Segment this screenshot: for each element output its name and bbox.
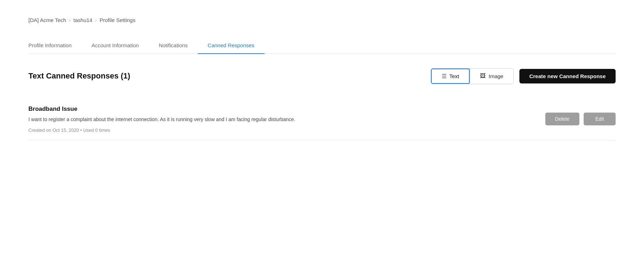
tab-profile-information[interactable]: Profile Information bbox=[28, 37, 82, 54]
tab-notifications[interactable]: Notifications bbox=[149, 37, 198, 54]
toggle-image-button[interactable]: 🖼 Image bbox=[470, 69, 513, 84]
section-title: Text Canned Responses (1) bbox=[28, 71, 130, 81]
response-body: I want to register a complaint about the… bbox=[28, 115, 469, 123]
section-header: Text Canned Responses (1) ☰ Text 🖼 Image… bbox=[28, 68, 616, 84]
breadcrumb-separator-0: › bbox=[69, 17, 70, 23]
create-canned-response-button[interactable]: Create new Canned Response bbox=[519, 69, 616, 83]
response-title: Broadband Issue bbox=[28, 105, 469, 113]
breadcrumb: [DA] Acme Tech › tashu14 › Profile Setti… bbox=[28, 17, 616, 23]
edit-button[interactable]: Edit bbox=[584, 113, 616, 125]
response-actions: Delete Edit bbox=[545, 113, 616, 125]
breadcrumb-item-0[interactable]: [DA] Acme Tech bbox=[28, 17, 66, 23]
header-right: ☰ Text 🖼 Image Create new Canned Respons… bbox=[431, 68, 616, 84]
tab-account-information[interactable]: Account Information bbox=[82, 37, 149, 54]
breadcrumb-item-1[interactable]: tashu14 bbox=[73, 17, 92, 23]
tabs-nav: Profile Information Account Information … bbox=[28, 37, 616, 54]
toggle-text-label: Text bbox=[449, 73, 459, 79]
delete-button[interactable]: Delete bbox=[545, 113, 579, 125]
toggle-group: ☰ Text 🖼 Image bbox=[431, 68, 514, 84]
toggle-image-label: Image bbox=[489, 73, 503, 79]
response-meta: Created on Oct 15, 2020 • Used 0 times bbox=[28, 128, 469, 133]
toggle-text-button[interactable]: ☰ Text bbox=[431, 69, 470, 84]
image-icon: 🖼 bbox=[480, 73, 486, 79]
response-card-inner: Broadband Issue I want to register a com… bbox=[28, 105, 616, 133]
response-card: Broadband Issue I want to register a com… bbox=[28, 98, 616, 140]
text-lines-icon: ☰ bbox=[442, 73, 447, 80]
response-content: Broadband Issue I want to register a com… bbox=[28, 105, 469, 133]
response-list: Broadband Issue I want to register a com… bbox=[28, 98, 616, 140]
breadcrumb-item-2: Profile Settings bbox=[100, 17, 136, 23]
breadcrumb-separator-1: › bbox=[95, 17, 97, 23]
tab-canned-responses[interactable]: Canned Responses bbox=[198, 37, 264, 54]
